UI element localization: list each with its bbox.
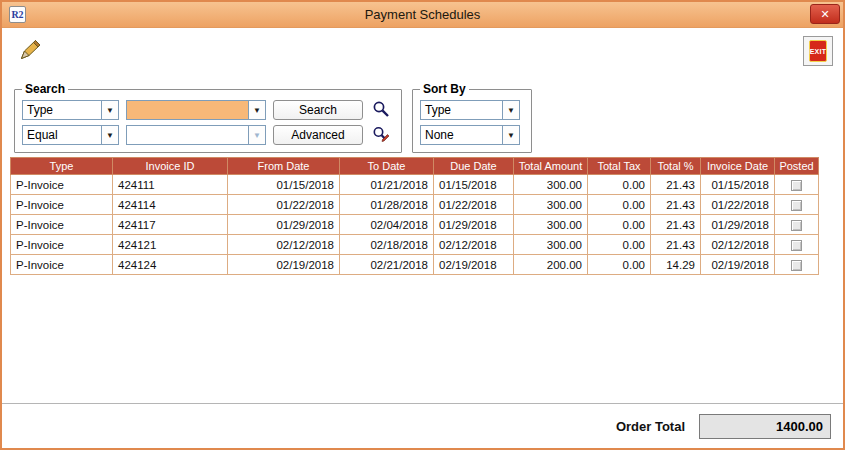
sortby-primary-value: Type [421,101,502,119]
table-row[interactable]: P-Invoice42411101/15/201801/21/201801/15… [11,175,819,195]
sortby-secondary-value: None [421,126,502,144]
posted-checkbox[interactable] [791,260,802,271]
table-row[interactable]: P-Invoice42411401/22/201801/28/201801/22… [11,195,819,215]
order-total-field: 1400.00 [699,414,831,439]
cell-total_tax: 0.00 [588,235,651,255]
advanced-search-icon [372,125,390,146]
table-header-row: TypeInvoice IDFrom DateTo DateDue DateTo… [11,158,819,175]
cell-from_date: 01/15/2018 [228,175,340,195]
advanced-search-button[interactable] [370,125,392,145]
window-title: Payment Schedules [365,7,481,22]
column-header-type[interactable]: Type [11,158,113,175]
payment-schedules-window: R2 Payment Schedules ✕ EXIT Search Type [0,0,845,450]
cell-type: P-Invoice [11,235,113,255]
cell-from_date: 01/29/2018 [228,215,340,235]
chevron-down-icon[interactable]: ▼ [248,101,265,119]
cell-total_tax: 0.00 [588,215,651,235]
cell-to_date: 02/18/2018 [340,235,434,255]
cell-invoice_id: 424121 [113,235,228,255]
cell-type: P-Invoice [11,215,113,235]
sortby-secondary-combobox[interactable]: None ▼ [420,125,520,145]
cell-to_date: 02/04/2018 [340,215,434,235]
chevron-down-icon: ▼ [248,126,265,144]
cell-to_date: 01/28/2018 [340,195,434,215]
search-button[interactable]: Search [273,100,363,120]
search-value-text[interactable] [127,101,248,119]
exit-button[interactable]: EXIT [803,36,833,66]
column-header-total_amount[interactable]: Total Amount [514,158,588,175]
cell-total_tax: 0.00 [588,175,651,195]
column-header-total_tax[interactable]: Total Tax [588,158,651,175]
chevron-down-icon[interactable]: ▼ [101,101,118,119]
cell-invoice_date: 02/12/2018 [701,235,775,255]
cell-total_pct: 21.43 [651,195,701,215]
cell-posted [775,255,819,275]
posted-checkbox[interactable] [791,220,802,231]
cell-invoice_id: 424124 [113,255,228,275]
cell-invoice_date: 02/19/2018 [701,255,775,275]
cell-total_amount: 300.00 [514,195,588,215]
posted-checkbox[interactable] [791,240,802,251]
cell-total_amount: 300.00 [514,175,588,195]
filter-band: Search Type ▼ ▼ Search [2,82,843,153]
search-field-combobox[interactable]: Type ▼ [22,100,119,120]
close-button[interactable]: ✕ [810,4,840,24]
magnifier-icon [372,100,390,121]
column-header-due_date[interactable]: Due Date [434,158,514,175]
empty-area [2,275,843,403]
cell-due_date: 02/19/2018 [434,255,514,275]
cell-invoice_id: 424117 [113,215,228,235]
cell-posted [775,175,819,195]
cell-invoice_id: 424111 [113,175,228,195]
cell-type: P-Invoice [11,195,113,215]
chevron-down-icon[interactable]: ▼ [101,126,118,144]
chevron-down-icon[interactable]: ▼ [502,101,519,119]
edit-button[interactable] [14,37,48,65]
cell-due_date: 01/15/2018 [434,175,514,195]
column-header-from_date[interactable]: From Date [228,158,340,175]
cell-from_date: 02/12/2018 [228,235,340,255]
sortby-primary-combobox[interactable]: Type ▼ [420,100,520,120]
payment-grid: TypeInvoice IDFrom DateTo DateDue DateTo… [2,153,843,275]
column-header-invoice_date[interactable]: Invoice Date [701,158,775,175]
column-header-posted[interactable]: Posted [775,158,819,175]
search-field-value: Type [23,101,101,119]
edit-pencil-icon [19,39,43,64]
cell-posted [775,215,819,235]
cell-type: P-Invoice [11,255,113,275]
search-magnifier-button[interactable] [370,100,392,120]
cell-invoice_date: 01/22/2018 [701,195,775,215]
chevron-down-icon[interactable]: ▼ [502,126,519,144]
cell-total_tax: 0.00 [588,195,651,215]
column-header-invoice_id[interactable]: Invoice ID [113,158,228,175]
search-value-combobox[interactable]: ▼ [126,100,266,120]
cell-to_date: 01/21/2018 [340,175,434,195]
table-row[interactable]: P-Invoice42412102/12/201802/18/201802/12… [11,235,819,255]
payment-table: TypeInvoice IDFrom DateTo DateDue DateTo… [10,157,819,275]
cell-due_date: 01/22/2018 [434,195,514,215]
advanced-button[interactable]: Advanced [273,125,363,145]
toolbar: EXIT [2,28,843,82]
app-icon: R2 [9,6,26,23]
column-header-to_date[interactable]: To Date [340,158,434,175]
footer: Order Total 1400.00 [2,403,843,448]
exit-icon: EXIT [809,40,828,62]
posted-checkbox[interactable] [791,180,802,191]
titlebar[interactable]: R2 Payment Schedules ✕ [2,2,843,28]
cell-posted [775,195,819,215]
table-row[interactable]: P-Invoice42411701/29/201802/04/201801/29… [11,215,819,235]
table-row[interactable]: P-Invoice42412402/19/201802/21/201802/19… [11,255,819,275]
sortby-legend: Sort By [420,82,469,96]
search-operator-combobox[interactable]: Equal ▼ [22,125,119,145]
search-legend: Search [22,82,68,96]
cell-total_amount: 300.00 [514,235,588,255]
search-operator-value: Equal [23,126,101,144]
search-operator-value-text [127,126,248,144]
posted-checkbox[interactable] [791,200,802,211]
column-header-total_pct[interactable]: Total % [651,158,701,175]
cell-posted [775,235,819,255]
cell-invoice_date: 01/15/2018 [701,175,775,195]
order-total-label: Order Total [616,419,685,434]
search-operator-value-combobox: ▼ [126,125,266,145]
cell-total_pct: 14.29 [651,255,701,275]
